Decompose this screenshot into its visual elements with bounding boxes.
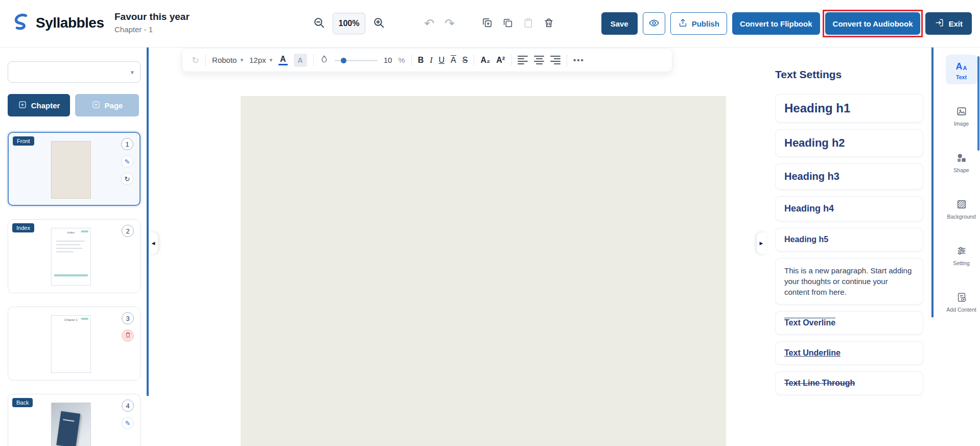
duplicate-button[interactable] [481, 17, 493, 30]
rail-tab-shape[interactable]: Shape [946, 148, 977, 177]
style-label: Heading h4 [784, 203, 834, 214]
copy-button[interactable] [502, 17, 514, 30]
redo-button[interactable]: ↷ [445, 17, 455, 30]
text-style-card-h2[interactable]: Heading h2 [775, 129, 923, 157]
editor-page-canvas[interactable] [241, 96, 726, 446]
font-family-dropdown[interactable]: Roboto ▾ [212, 56, 243, 64]
text-style-card-h1[interactable]: Heading h1 [775, 94, 923, 123]
strikethrough-button[interactable]: S [462, 56, 468, 64]
add-page-label: Page [105, 101, 123, 110]
rail-tab-label: Text [956, 74, 967, 80]
rail-tab-label: Shape [953, 167, 969, 173]
toolbar-divider [474, 54, 474, 66]
align-left-button[interactable] [518, 56, 528, 64]
page-thumbnail-list: Front 1 ✎ ↻ Index Index 2 C [8, 132, 141, 446]
edit-page-button[interactable]: ✎ [121, 155, 133, 168]
style-label: This is a new paragraph. Start adding yo… [784, 265, 914, 297]
text-style-card-h5[interactable]: Heading h5 [775, 228, 923, 251]
bold-button[interactable]: B [418, 56, 424, 64]
zoom-out-button[interactable] [313, 16, 325, 31]
edit-page-button[interactable]: ✎ [122, 417, 134, 429]
text-settings-panel: Text Settings Heading h1 Heading h2 Head… [775, 48, 923, 446]
page-thumbnail-back[interactable]: Back 4 ✎ [8, 394, 141, 446]
align-center-button[interactable] [534, 56, 544, 64]
italic-button[interactable]: I [430, 56, 432, 64]
text-color-button[interactable]: A [278, 55, 288, 66]
teal-accent [81, 230, 88, 232]
subscript-button[interactable]: A₂ [480, 56, 490, 64]
shape-icon [956, 152, 967, 164]
rail-tab-setting[interactable]: Setting [946, 241, 977, 270]
chapter-select-dropdown[interactable]: ▾ [8, 61, 141, 83]
sidebar-collapse-handle[interactable]: ◀ [149, 232, 158, 254]
chevron-down-icon: ▾ [130, 68, 134, 76]
sync-button[interactable]: ↻ [192, 56, 199, 65]
text-style-card-h4[interactable]: Heading h4 [775, 196, 923, 221]
rail-tab-image[interactable]: Image [946, 101, 977, 131]
convert-to-flipbook-button[interactable]: Convert to Flipbook [732, 12, 820, 35]
delete-button[interactable] [543, 17, 554, 30]
pencil-icon: ✎ [125, 419, 131, 427]
font-size-dropdown[interactable]: 12px ▾ [249, 56, 272, 64]
header-actions: Save Publish Convert to Flipbook Convert… [601, 12, 972, 35]
expand-right-icon: ▶ [760, 241, 763, 246]
overline-button[interactable]: A [451, 56, 456, 64]
toolbar-divider [511, 54, 511, 66]
rotate-page-button[interactable]: ↻ [121, 173, 133, 185]
exit-button[interactable]: Exit [925, 12, 972, 35]
rail-tab-text[interactable]: AA Text [946, 55, 977, 84]
text-style-card-paragraph[interactable]: This is a new paragraph. Start adding yo… [775, 258, 923, 304]
book-cover-photo [56, 411, 80, 446]
copy-icon [502, 17, 514, 30]
opacity-slider-knob[interactable] [341, 58, 346, 63]
style-label: Text Line Through [784, 379, 855, 387]
publish-button[interactable]: Publish [670, 12, 727, 35]
superscript-button[interactable]: A² [496, 56, 505, 64]
rail-tab-label: Background [947, 214, 975, 220]
more-options-button[interactable]: ••• [573, 56, 585, 64]
page-preview [51, 403, 91, 446]
document-title: Favour this year [114, 11, 190, 22]
undo-button[interactable]: ↶ [424, 17, 434, 30]
highlight-color-button[interactable]: A [294, 54, 307, 67]
add-buttons-row: Chapter Page [8, 94, 141, 116]
exit-icon [935, 18, 944, 29]
rail-tab-label: Add Content [946, 307, 976, 313]
page-thumbnail-chapter[interactable]: Chapter 1 3 [8, 307, 141, 381]
rail-scrollbar-thumb[interactable] [977, 56, 979, 151]
add-chapter-button[interactable]: Chapter [8, 94, 70, 116]
opacity-slider[interactable] [335, 57, 378, 64]
page-number-badge: 4 [122, 400, 134, 412]
zoom-in-button[interactable] [372, 16, 385, 31]
align-right-button[interactable] [550, 56, 561, 64]
page-number-badge: 1 [121, 138, 133, 150]
text-format-toolbar: ↻ Roboto ▾ 12px ▾ A A 10 % B I U A S A₂ … [182, 48, 672, 72]
save-button[interactable]: Save [601, 12, 638, 35]
font-family-value: Roboto [212, 56, 237, 64]
zoom-level[interactable]: 100% [333, 13, 365, 34]
rail-tab-background[interactable]: Background [946, 194, 977, 224]
zoom-controls: 100% [313, 12, 385, 35]
text-style-card-overline[interactable]: Text Overline [775, 311, 923, 335]
preview-button[interactable] [643, 12, 665, 35]
rail-tab-add-content[interactable]: Add Content [946, 287, 977, 317]
text-style-card-line-through[interactable]: Text Line Through [775, 371, 923, 395]
brand-name: Syllabbles [36, 15, 104, 31]
delete-page-button[interactable] [122, 330, 134, 342]
panel-title: Text Settings [775, 68, 923, 81]
zoom-in-icon [372, 16, 385, 31]
text-style-card-underline[interactable]: Text Underline [775, 341, 923, 365]
page-thumbnail-front[interactable]: Front 1 ✎ ↻ [8, 132, 141, 206]
document-info: Favour this year Chapter - 1 [114, 11, 190, 34]
page-thumbnail-index[interactable]: Index Index 2 [8, 219, 141, 293]
text-style-card-h3[interactable]: Heading h3 [775, 163, 923, 190]
pages-sidebar: ▾ Chapter Page Front 1 ✎ [0, 48, 148, 446]
underline-button[interactable]: U [439, 56, 445, 64]
convert-to-audiobook-button[interactable]: Convert to Audiobook [825, 12, 921, 35]
panel-collapse-handle[interactable]: ▶ [757, 232, 766, 254]
brand-logo[interactable]: Syllabbles [11, 12, 104, 34]
add-page-button[interactable]: Page [75, 94, 139, 116]
paste-button[interactable] [523, 17, 534, 30]
droplet-icon [320, 55, 329, 65]
style-label: Text Overline [784, 318, 835, 327]
